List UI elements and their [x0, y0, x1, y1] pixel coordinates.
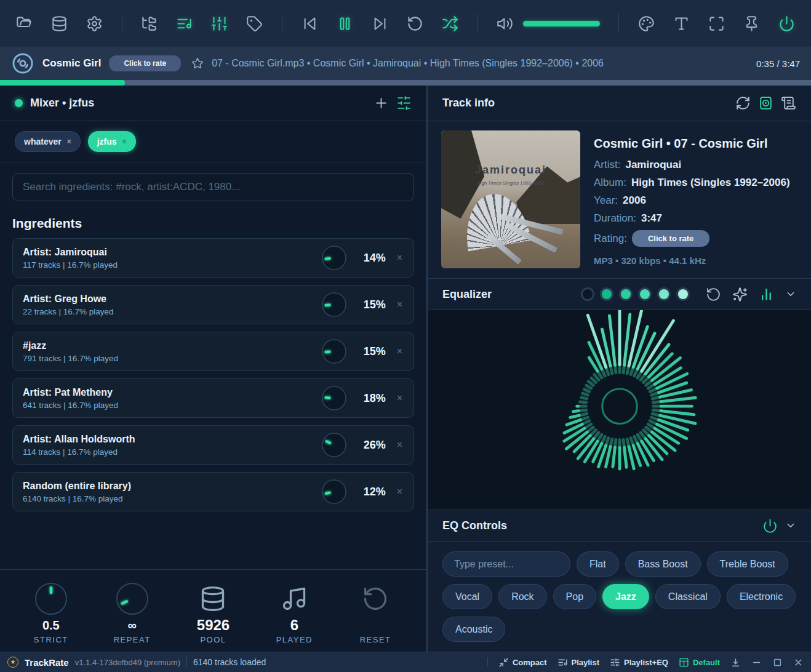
font-type-icon[interactable] — [673, 15, 690, 32]
tag-icon[interactable] — [246, 15, 263, 32]
rating-button[interactable]: Click to rate — [632, 230, 709, 247]
repeat-icon[interactable] — [407, 15, 423, 32]
repeat-knob[interactable] — [115, 582, 150, 616]
ingredient-remove-icon[interactable]: × — [396, 251, 404, 265]
statusbar-layout-playlist-eq[interactable]: Playlist+EQ — [610, 657, 668, 668]
volume-icon[interactable] — [497, 15, 513, 32]
ingredient-percent: 12% — [358, 486, 386, 498]
playback-time: 0:35 / 3:47 — [756, 58, 800, 69]
rate-track-button[interactable]: Click to rate — [109, 55, 181, 71]
eq-preset-acoustic[interactable]: Acoustic — [442, 617, 505, 642]
played-label: PLAYED — [276, 635, 313, 644]
eq-auto-icon[interactable] — [732, 287, 748, 302]
power-icon[interactable] — [778, 15, 795, 32]
statusbar-layout-compact[interactable]: Compact — [498, 657, 547, 668]
mixer-settings-icon[interactable] — [396, 95, 412, 111]
repeat-label: REPEAT — [114, 635, 151, 644]
ingredient-weight-knob[interactable] — [321, 431, 348, 458]
strict-knob[interactable] — [34, 582, 68, 616]
star-rating-icon[interactable] — [191, 57, 204, 70]
ingredient-subtitle: 6140 tracks | 16.7% played — [23, 494, 131, 503]
reset-stat: RESET — [339, 581, 412, 644]
played-stat: 6 PLAYED — [258, 581, 330, 644]
eq-preset-jazz[interactable]: Jazz — [602, 584, 649, 609]
layout-label: Default — [693, 658, 720, 667]
eq-preset-vocal[interactable]: Vocal — [442, 584, 492, 609]
maximize-window-icon[interactable] — [772, 657, 783, 668]
layout-label: Compact — [513, 658, 547, 667]
ingredient-percent: 15% — [358, 298, 386, 311]
eq-preset-treble-boost[interactable]: Treble Boost — [707, 551, 788, 577]
download-icon[interactable] — [730, 657, 741, 668]
seek-bar-fill — [0, 80, 125, 86]
equalizer-view-icon[interactable] — [211, 15, 228, 32]
eq-color-dot[interactable] — [657, 287, 671, 301]
eq-power-icon[interactable] — [762, 518, 778, 534]
shuffle-icon[interactable] — [442, 15, 458, 32]
eq-preset-bass-boost[interactable]: Bass Boost — [625, 551, 701, 577]
played-value: 6 — [290, 617, 298, 634]
eq-preset-flat[interactable]: Flat — [577, 551, 619, 577]
mixer-tag[interactable]: whatever × — [15, 131, 81, 152]
next-track-icon[interactable] — [372, 15, 388, 32]
add-ingredient-icon[interactable] — [374, 95, 389, 111]
ingredient-remove-icon[interactable]: × — [396, 298, 404, 311]
eq-color-dot[interactable] — [638, 287, 652, 301]
volume-slider[interactable] — [523, 21, 600, 26]
minimize-window-icon[interactable] — [751, 657, 762, 668]
eq-reset-icon[interactable] — [706, 287, 721, 302]
settings-gear-icon[interactable] — [86, 15, 103, 32]
folder-tree-icon[interactable] — [141, 15, 158, 32]
ingredient-remove-icon[interactable]: × — [396, 485, 404, 498]
pause-icon[interactable] — [337, 15, 353, 32]
statusbar-layout-playlist[interactable]: Playlist — [557, 657, 600, 668]
statusbar-layout-default[interactable]: Default — [679, 657, 720, 668]
equalizer-color-dots — [581, 287, 690, 301]
eq-preset-classical[interactable]: Classical — [655, 584, 721, 609]
close-window-icon[interactable] — [793, 657, 804, 668]
eq-color-dot[interactable] — [581, 287, 594, 301]
ingredient-weight-knob[interactable] — [321, 291, 348, 318]
repeat-value: ∞ — [128, 617, 137, 634]
refresh-track-info-icon[interactable] — [735, 95, 751, 111]
eq-preset-rock[interactable]: Rock — [498, 584, 546, 609]
track-info-title-label: Track info — [442, 97, 495, 110]
ingredient-weight-knob[interactable] — [321, 385, 348, 412]
eq-preset-pop[interactable]: Pop — [553, 584, 596, 609]
toolbar-divider — [618, 14, 619, 33]
eq-controls-chevron-icon[interactable] — [785, 520, 796, 531]
ingredient-weight-knob[interactable] — [321, 338, 348, 365]
eq-color-dot[interactable] — [600, 287, 613, 301]
library-database-icon[interactable] — [51, 15, 68, 32]
ingredient-weight-knob[interactable] — [321, 478, 348, 505]
eq-collapse-chevron-icon[interactable] — [785, 289, 796, 300]
ingredient-weight-knob[interactable] — [321, 244, 348, 271]
mixer-tag[interactable]: jzfus × — [88, 131, 136, 152]
pool-database-icon — [199, 585, 226, 612]
seek-bar[interactable] — [0, 80, 811, 86]
mixer-active-dot — [15, 99, 23, 107]
eq-preset-electronic[interactable]: Electronic — [727, 584, 796, 609]
previous-track-icon[interactable] — [302, 15, 318, 32]
eq-color-dot[interactable] — [676, 287, 690, 301]
track-info-header: Track info — [428, 86, 811, 121]
search-ingredients-input[interactable] — [12, 173, 414, 201]
open-folder-icon[interactable] — [16, 15, 33, 32]
pin-window-icon[interactable] — [743, 15, 760, 32]
strict-label: STRICT — [34, 635, 68, 644]
ingredient-remove-icon[interactable]: × — [396, 391, 404, 405]
theme-palette-icon[interactable] — [638, 15, 655, 32]
playlist-view-icon[interactable] — [176, 15, 193, 32]
log-scroll-icon[interactable] — [781, 95, 796, 111]
fullscreen-icon[interactable] — [708, 15, 725, 32]
reset-icon[interactable] — [362, 585, 389, 612]
now-playing-locate-icon[interactable] — [758, 95, 773, 111]
tag-remove-icon[interactable]: × — [122, 137, 127, 146]
eq-color-dot[interactable] — [619, 287, 633, 301]
tag-remove-icon[interactable]: × — [67, 137, 71, 146]
ingredient-remove-icon[interactable]: × — [396, 438, 404, 452]
preset-search-input[interactable] — [442, 551, 570, 577]
eq-bars-icon[interactable] — [759, 287, 774, 302]
ingredient-remove-icon[interactable]: × — [396, 345, 404, 358]
ingredient-percent: 14% — [358, 252, 386, 265]
